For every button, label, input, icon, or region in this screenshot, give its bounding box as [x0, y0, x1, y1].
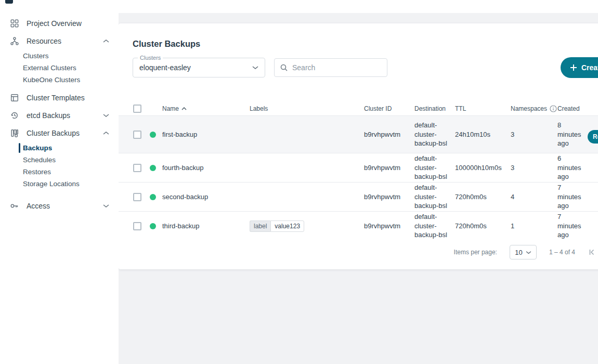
main-content: Cluster Backups Clusters eloquent-easley…	[119, 13, 598, 364]
backup-namespaces: 3	[511, 164, 557, 172]
table-header-row: Name Labels Cluster ID Destination TTL	[119, 102, 598, 115]
table-row[interactable]: second-backup b9rvhpwvtm default-cluster…	[119, 182, 598, 211]
status-healthy-dot	[150, 132, 156, 138]
backup-created: 7 minutes ago	[557, 183, 583, 211]
history-icon	[9, 110, 20, 121]
backup-cluster-id: b9rvhpwvtm	[364, 131, 414, 138]
backup-ttl: 100000h10m0s	[455, 164, 511, 172]
sidebar-item-label: Schedules	[23, 156, 56, 164]
backup-ttl: 720h0m0s	[455, 193, 511, 201]
sidebar-item-storage-locations[interactable]: Storage Locations	[0, 178, 119, 190]
backup-cluster-id: b9rvhpwvtm	[364, 193, 414, 201]
column-header-created: Created	[557, 105, 583, 112]
backup-cluster-id: b9rvhpwvtm	[364, 164, 414, 172]
topbar	[0, 0, 598, 13]
backup-namespaces: 3	[511, 131, 557, 138]
chevron-down-icon	[526, 251, 531, 254]
search-input[interactable]	[292, 63, 382, 72]
sidebar: Project Overview Resources Clusters Exte…	[0, 0, 119, 364]
pagination: Items per page: 10 1 – 4 of 4	[119, 244, 598, 260]
backup-namespaces: 4	[511, 193, 557, 201]
row-checkbox[interactable]	[133, 164, 141, 172]
sidebar-item-external-clusters[interactable]: External Clusters	[0, 62, 119, 74]
sidebar-item-label: etcd Backups	[27, 111, 70, 120]
label-chip: label value123	[250, 220, 304, 232]
logo	[5, 0, 13, 4]
column-header-ttl: TTL	[455, 105, 511, 112]
sidebar-item-restores[interactable]: Restores	[0, 166, 119, 178]
column-header-labels: Labels	[250, 105, 364, 112]
sidebar-item-label: Clusters	[23, 52, 49, 60]
key-icon	[9, 201, 20, 211]
select-all-checkbox[interactable]	[133, 105, 141, 113]
search-icon	[280, 63, 288, 72]
chevron-up-icon	[103, 131, 109, 135]
sidebar-item-label: External Clusters	[23, 64, 76, 72]
sidebar-item-access[interactable]: Access	[0, 197, 119, 215]
sidebar-item-label: Resources	[27, 37, 61, 45]
template-icon	[9, 93, 20, 103]
sidebar-item-label: Cluster Templates	[27, 94, 85, 102]
backup-icon	[9, 128, 20, 138]
table-row[interactable]: first-backup b9rvhpwvtm default-cluster-…	[119, 115, 598, 153]
backup-name: second-backup	[162, 193, 250, 201]
page-size-select[interactable]: 10	[510, 245, 537, 259]
sidebar-item-schedules[interactable]: Schedules	[0, 154, 119, 166]
backup-created: 6 minutes ago	[557, 154, 583, 181]
sidebar-item-kubeone-clusters[interactable]: KubeOne Clusters	[0, 74, 119, 86]
clusters-select-value: eloquent-easley	[139, 63, 252, 72]
sidebar-item-project-overview[interactable]: Project Overview	[0, 15, 119, 32]
column-header-namespaces: Namespaces	[511, 105, 557, 112]
info-icon[interactable]	[550, 105, 557, 112]
backup-destination: default-cluster-backup-bsl	[414, 121, 455, 148]
row-checkbox[interactable]	[133, 222, 141, 230]
backup-cluster-id: b9rvhpwvtm	[364, 222, 414, 230]
column-header-name[interactable]: Name	[162, 105, 250, 112]
backup-destination: default-cluster-backup-bsl	[414, 183, 455, 211]
sidebar-item-clusters[interactable]: Clusters	[0, 50, 119, 62]
sidebar-item-cluster-backups[interactable]: Cluster Backups	[0, 124, 119, 142]
plus-icon	[570, 64, 577, 71]
sidebar-item-resources[interactable]: Resources	[0, 32, 119, 50]
status-healthy-dot	[150, 223, 156, 229]
backup-created: 8 minutes ago	[557, 121, 583, 148]
backup-ttl: 720h0m0s	[455, 222, 511, 230]
sort-ascending-icon	[181, 107, 187, 110]
cluster-backups-card: Cluster Backups Clusters eloquent-easley…	[119, 23, 598, 269]
sidebar-item-label: Project Overview	[27, 19, 82, 28]
first-page-icon[interactable]	[588, 248, 596, 256]
sidebar-item-label: Storage Locations	[23, 180, 80, 188]
cluster-icon	[9, 36, 20, 46]
status-healthy-dot	[150, 194, 156, 200]
sidebar-item-label: Access	[27, 202, 50, 210]
table-row[interactable]: third-backup label value123 b9rvhpwvtm d…	[119, 211, 598, 240]
grid-icon	[9, 18, 20, 29]
status-healthy-dot	[150, 165, 156, 171]
sidebar-item-label: KubeOne Clusters	[23, 76, 80, 84]
backup-destination: default-cluster-backup-bsl	[414, 212, 455, 240]
pagination-range: 1 – 4 of 4	[549, 249, 575, 256]
row-checkbox[interactable]	[133, 193, 141, 201]
backups-table: Name Labels Cluster ID Destination TTL	[119, 102, 598, 240]
restore-button[interactable]: Restore	[588, 130, 598, 144]
backup-name: fourth-backup	[162, 164, 250, 172]
backup-name: third-backup	[162, 222, 250, 230]
filters-row: Clusters eloquent-easley	[133, 57, 598, 78]
create-button[interactable]: Create	[561, 57, 598, 78]
sidebar-item-etcd-backups[interactable]: etcd Backups	[0, 107, 119, 124]
backup-name: first-backup	[162, 131, 250, 138]
table-row[interactable]: fourth-backup b9rvhpwvtm default-cluster…	[119, 153, 598, 182]
sidebar-item-label: Backups	[23, 144, 52, 152]
backup-ttl: 24h10m10s	[455, 131, 511, 138]
chevron-up-icon	[103, 39, 109, 43]
search-field	[274, 58, 387, 77]
row-checkbox[interactable]	[133, 131, 141, 139]
backup-labels: label value123	[250, 220, 364, 232]
backup-created: 7 minutes ago	[557, 212, 583, 240]
backup-destination: default-cluster-backup-bsl	[414, 154, 455, 181]
clusters-select[interactable]: Clusters eloquent-easley	[133, 58, 265, 77]
column-header-cluster-id: Cluster ID	[364, 105, 414, 112]
sidebar-item-cluster-templates[interactable]: Cluster Templates	[0, 89, 119, 107]
sidebar-item-label: Cluster Backups	[27, 129, 80, 137]
sidebar-item-backups[interactable]: Backups	[0, 142, 119, 154]
